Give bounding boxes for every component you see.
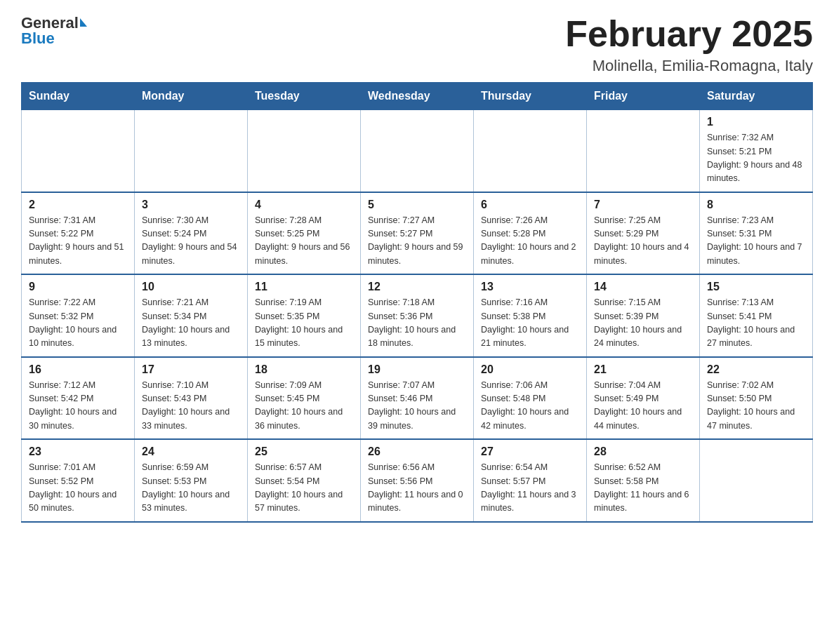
day-number: 4 <box>255 199 353 211</box>
day-number: 24 <box>142 445 240 458</box>
table-row: 5Sunrise: 7:27 AM Sunset: 5:27 PM Daylig… <box>361 192 474 275</box>
day-number: 16 <box>29 363 127 376</box>
day-info: Sunrise: 7:23 AM Sunset: 5:31 PM Dayligh… <box>707 214 805 269</box>
table-row: 6Sunrise: 7:26 AM Sunset: 5:28 PM Daylig… <box>474 192 587 275</box>
day-info: Sunrise: 6:56 AM Sunset: 5:56 PM Dayligh… <box>368 461 466 516</box>
day-info: Sunrise: 7:06 AM Sunset: 5:48 PM Dayligh… <box>481 379 579 434</box>
table-row <box>22 110 135 192</box>
day-info: Sunrise: 6:54 AM Sunset: 5:57 PM Dayligh… <box>481 461 579 516</box>
day-number: 3 <box>142 199 240 211</box>
day-info: Sunrise: 7:19 AM Sunset: 5:35 PM Dayligh… <box>255 296 353 351</box>
table-row: 1Sunrise: 7:32 AM Sunset: 5:21 PM Daylig… <box>700 110 813 192</box>
table-row: 21Sunrise: 7:04 AM Sunset: 5:49 PM Dayli… <box>587 357 700 440</box>
day-info: Sunrise: 7:02 AM Sunset: 5:50 PM Dayligh… <box>707 379 805 434</box>
table-row: 2Sunrise: 7:31 AM Sunset: 5:22 PM Daylig… <box>22 192 135 275</box>
day-number: 9 <box>29 281 127 293</box>
calendar-week-row: 1Sunrise: 7:32 AM Sunset: 5:21 PM Daylig… <box>22 110 813 192</box>
table-row: 12Sunrise: 7:18 AM Sunset: 5:36 PM Dayli… <box>361 274 474 357</box>
logo: General Blue <box>21 14 87 48</box>
day-number: 17 <box>142 363 240 376</box>
day-info: Sunrise: 7:31 AM Sunset: 5:22 PM Dayligh… <box>29 214 127 269</box>
day-info: Sunrise: 7:32 AM Sunset: 5:21 PM Dayligh… <box>707 131 805 186</box>
day-number: 23 <box>29 445 127 458</box>
header-friday: Friday <box>587 83 700 110</box>
table-row: 19Sunrise: 7:07 AM Sunset: 5:46 PM Dayli… <box>361 357 474 440</box>
day-number: 21 <box>594 363 692 376</box>
table-row: 8Sunrise: 7:23 AM Sunset: 5:31 PM Daylig… <box>700 192 813 275</box>
day-info: Sunrise: 7:10 AM Sunset: 5:43 PM Dayligh… <box>142 379 240 434</box>
table-row <box>248 110 361 192</box>
calendar-table: Sunday Monday Tuesday Wednesday Thursday… <box>21 82 813 523</box>
day-info: Sunrise: 7:15 AM Sunset: 5:39 PM Dayligh… <box>594 296 692 351</box>
table-row: 4Sunrise: 7:28 AM Sunset: 5:25 PM Daylig… <box>248 192 361 275</box>
day-number: 28 <box>594 445 692 458</box>
day-number: 20 <box>481 363 579 376</box>
table-row: 22Sunrise: 7:02 AM Sunset: 5:50 PM Dayli… <box>700 357 813 440</box>
calendar-week-row: 9Sunrise: 7:22 AM Sunset: 5:32 PM Daylig… <box>22 274 813 357</box>
calendar-week-row: 2Sunrise: 7:31 AM Sunset: 5:22 PM Daylig… <box>22 192 813 275</box>
table-row: 7Sunrise: 7:25 AM Sunset: 5:29 PM Daylig… <box>587 192 700 275</box>
day-info: Sunrise: 7:07 AM Sunset: 5:46 PM Dayligh… <box>368 379 466 434</box>
logo-blue-label: Blue <box>21 29 55 48</box>
day-info: Sunrise: 7:22 AM Sunset: 5:32 PM Dayligh… <box>29 296 127 351</box>
calendar-week-row: 23Sunrise: 7:01 AM Sunset: 5:52 PM Dayli… <box>22 439 813 522</box>
day-number: 22 <box>707 363 805 376</box>
day-number: 7 <box>594 199 692 211</box>
header-wednesday: Wednesday <box>361 83 474 110</box>
calendar-header-row: Sunday Monday Tuesday Wednesday Thursday… <box>22 83 813 110</box>
day-info: Sunrise: 7:21 AM Sunset: 5:34 PM Dayligh… <box>142 296 240 351</box>
location-subtitle: Molinella, Emilia-Romagna, Italy <box>565 57 813 75</box>
day-number: 19 <box>368 363 466 376</box>
header-tuesday: Tuesday <box>248 83 361 110</box>
header-sunday: Sunday <box>22 83 135 110</box>
table-row: 13Sunrise: 7:16 AM Sunset: 5:38 PM Dayli… <box>474 274 587 357</box>
day-info: Sunrise: 6:57 AM Sunset: 5:54 PM Dayligh… <box>255 461 353 516</box>
table-row: 15Sunrise: 7:13 AM Sunset: 5:41 PM Dayli… <box>700 274 813 357</box>
day-info: Sunrise: 7:27 AM Sunset: 5:27 PM Dayligh… <box>368 214 466 269</box>
day-number: 11 <box>255 281 353 293</box>
table-row: 11Sunrise: 7:19 AM Sunset: 5:35 PM Dayli… <box>248 274 361 357</box>
day-info: Sunrise: 7:16 AM Sunset: 5:38 PM Dayligh… <box>481 296 579 351</box>
day-info: Sunrise: 7:26 AM Sunset: 5:28 PM Dayligh… <box>481 214 579 269</box>
header-thursday: Thursday <box>474 83 587 110</box>
page-header: General Blue February 2025 Molinella, Em… <box>21 14 813 75</box>
header-monday: Monday <box>135 83 248 110</box>
day-info: Sunrise: 7:01 AM Sunset: 5:52 PM Dayligh… <box>29 461 127 516</box>
day-number: 26 <box>368 445 466 458</box>
day-number: 27 <box>481 445 579 458</box>
table-row: 27Sunrise: 6:54 AM Sunset: 5:57 PM Dayli… <box>474 439 587 522</box>
table-row: 23Sunrise: 7:01 AM Sunset: 5:52 PM Dayli… <box>22 439 135 522</box>
table-row: 3Sunrise: 7:30 AM Sunset: 5:24 PM Daylig… <box>135 192 248 275</box>
day-info: Sunrise: 7:18 AM Sunset: 5:36 PM Dayligh… <box>368 296 466 351</box>
table-row <box>587 110 700 192</box>
table-row <box>700 439 813 522</box>
table-row: 10Sunrise: 7:21 AM Sunset: 5:34 PM Dayli… <box>135 274 248 357</box>
table-row: 25Sunrise: 6:57 AM Sunset: 5:54 PM Dayli… <box>248 439 361 522</box>
day-number: 13 <box>481 281 579 293</box>
table-row: 20Sunrise: 7:06 AM Sunset: 5:48 PM Dayli… <box>474 357 587 440</box>
day-number: 12 <box>368 281 466 293</box>
day-number: 5 <box>368 199 466 211</box>
day-number: 8 <box>707 199 805 211</box>
day-number: 15 <box>707 281 805 293</box>
day-number: 18 <box>255 363 353 376</box>
table-row: 24Sunrise: 6:59 AM Sunset: 5:53 PM Dayli… <box>135 439 248 522</box>
logo-arrow-icon <box>80 18 87 27</box>
day-number: 10 <box>142 281 240 293</box>
day-info: Sunrise: 7:30 AM Sunset: 5:24 PM Dayligh… <box>142 214 240 269</box>
day-number: 6 <box>481 199 579 211</box>
day-number: 25 <box>255 445 353 458</box>
table-row <box>474 110 587 192</box>
day-info: Sunrise: 7:12 AM Sunset: 5:42 PM Dayligh… <box>29 379 127 434</box>
day-info: Sunrise: 7:04 AM Sunset: 5:49 PM Dayligh… <box>594 379 692 434</box>
day-number: 1 <box>707 116 805 128</box>
logo-blue-row: Blue <box>21 29 55 48</box>
header-saturday: Saturday <box>700 83 813 110</box>
day-info: Sunrise: 6:59 AM Sunset: 5:53 PM Dayligh… <box>142 461 240 516</box>
title-area: February 2025 Molinella, Emilia-Romagna,… <box>565 14 813 75</box>
calendar-week-row: 16Sunrise: 7:12 AM Sunset: 5:42 PM Dayli… <box>22 357 813 440</box>
day-info: Sunrise: 7:09 AM Sunset: 5:45 PM Dayligh… <box>255 379 353 434</box>
table-row <box>135 110 248 192</box>
day-number: 14 <box>594 281 692 293</box>
table-row: 14Sunrise: 7:15 AM Sunset: 5:39 PM Dayli… <box>587 274 700 357</box>
